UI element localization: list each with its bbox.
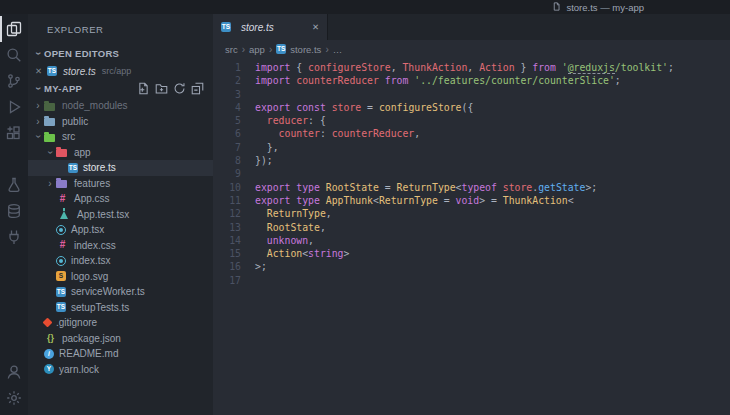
tree-item-index-css[interactable]: #index.css [28,238,213,254]
code-line-content: export const store = configureStore({ [255,101,730,114]
open-editor-item[interactable]: ✕ TS store.ts src/app [28,63,213,79]
tree-item-store-ts[interactable]: TSstore.ts [28,160,213,176]
code-line: 2import counterReducer from '../features… [213,74,730,87]
tab-store-ts[interactable]: TS store.ts ✕ [213,14,328,40]
code-line: 8}); [213,154,730,167]
code-line-content: export type RootState = ReturnType<typeo… [255,181,730,194]
open-editors-header[interactable]: › OPEN EDITORS [28,44,213,63]
code-editor[interactable]: 1import { configureStore, ThunkAction, A… [213,58,730,415]
vscode-window: store.ts — my-app EXPLORER › OPEN EDITOR… [0,0,730,415]
flask-file-icon [60,211,68,219]
tree-item-label: index.tsx [71,255,110,266]
collapse-all-icon[interactable] [191,82,204,95]
tree-item-app-tsx[interactable]: App.tsx [28,222,213,238]
line-number: 5 [213,114,241,127]
tree-item-src[interactable]: ›src [28,129,213,145]
breadcrumb-separator: › [242,44,245,55]
settings-gear-icon[interactable] [0,385,28,411]
code-line-content: }, [255,141,730,154]
open-editor-path: src/app [102,66,132,76]
chevron-down-icon[interactable]: › [33,131,44,143]
tree-item-gitignore[interactable]: .gitignore [28,315,213,331]
tree-item-serviceworker-ts[interactable]: TSserviceWorker.ts [28,284,213,300]
code-line-content: Action<string> [255,247,730,260]
tree-item-features[interactable]: ›features [28,176,213,192]
tree-item-label: App.css [74,193,110,204]
code-line-content: reducer: { [255,114,730,127]
tree-item-label: src [62,131,75,142]
activity-bar-bottom [0,359,28,411]
run-debug-icon[interactable] [0,94,28,120]
react-file-icon [56,225,66,235]
git-file-icon [43,318,53,328]
chevron-right-icon[interactable]: › [32,116,44,127]
breadcrumbs: src›app›TSstore.ts›… [213,40,730,58]
line-number: 8 [213,154,241,167]
ts-file-icon: TS [276,44,286,54]
line-number: 4 [213,101,241,114]
activity-bar-spacer [0,250,28,359]
code-line: 15 Action<string> [213,247,730,260]
tree-item-logo-svg[interactable]: Slogo.svg [28,269,213,285]
breadcrumb-store-ts[interactable]: TSstore.ts [276,44,321,55]
tree-item-package-json[interactable]: {}package.json [28,331,213,347]
breadcrumb-app[interactable]: app [249,44,265,55]
breadcrumb-symbols[interactable]: … [333,44,343,55]
new-folder-icon[interactable] [155,82,168,95]
explorer-sidebar: EXPLORER › OPEN EDITORS ✕ TS store.ts sr… [28,14,213,415]
editor-group: TS store.ts ✕ src›app›TSstore.ts›… 1impo… [213,14,730,415]
file-tree: ›node_modules›public›src›appTSstore.ts›f… [28,98,213,415]
line-number: 16 [213,260,241,273]
tree-item-label: node_modules [62,100,128,111]
code-line-content: }); [255,154,730,167]
refresh-icon[interactable] [173,82,186,95]
tree-item-label: setupTests.ts [71,302,129,313]
search-icon[interactable] [0,42,28,68]
tree-item-label: package.json [62,333,121,344]
tree-item-setuptests-ts[interactable]: TSsetupTests.ts [28,300,213,316]
source-control-icon[interactable] [0,68,28,94]
account-icon[interactable] [0,359,28,385]
test-flask-icon[interactable] [0,172,28,198]
tree-item-node-modules[interactable]: ›node_modules [28,98,213,114]
chevron-down-icon[interactable]: › [45,146,56,158]
chevron-right-icon[interactable]: › [32,100,44,111]
ts-file-icon: TS [56,302,66,312]
chevron-down-icon: › [33,48,44,60]
code-line: 12 ReturnType, [213,207,730,220]
css-file-icon: # [56,193,69,205]
close-icon[interactable]: ✕ [35,66,47,76]
folder-icon [56,180,67,188]
database-icon[interactable] [0,198,28,224]
tree-item-app-test-tsx[interactable]: App.test.tsx [28,207,213,223]
breadcrumb-separator: › [269,44,272,55]
tree-item-readme-md[interactable]: iREADME.md [28,346,213,362]
breadcrumb-src[interactable]: src [225,44,238,55]
new-file-icon[interactable] [137,82,150,95]
explorer-actions [137,82,213,95]
open-editor-label: store.ts [63,66,96,77]
tree-item-label: features [74,178,110,189]
activity-bar [0,14,28,415]
code-line: 11export type AppThunk<ReturnType = void… [213,194,730,207]
extensions-icon[interactable] [0,120,28,146]
tab-label: store.ts [241,22,274,33]
titlebar: store.ts — my-app [0,0,730,14]
project-section-header[interactable]: › MY-APP [28,79,213,98]
tree-item-index-tsx[interactable]: index.tsx [28,253,213,269]
line-number: 3 [213,88,241,101]
explorer-icon[interactable] [0,16,28,42]
tree-item-label: serviceWorker.ts [71,286,145,297]
project-name-label: MY-APP [44,83,82,94]
plug-icon[interactable] [0,224,28,250]
tree-item-app-css[interactable]: #App.css [28,191,213,207]
activity-bar-top [0,16,28,146]
folder-icon [44,118,55,126]
line-number: 17 [213,274,241,287]
chevron-right-icon[interactable]: › [44,178,56,189]
tree-item-public[interactable]: ›public [28,114,213,130]
tab-close-icon[interactable]: ✕ [312,22,319,32]
tree-item-label: store.ts [83,162,116,173]
tree-item-app[interactable]: ›app [28,145,213,161]
tree-item-yarn-lock[interactable]: Yyarn.lock [28,362,213,378]
